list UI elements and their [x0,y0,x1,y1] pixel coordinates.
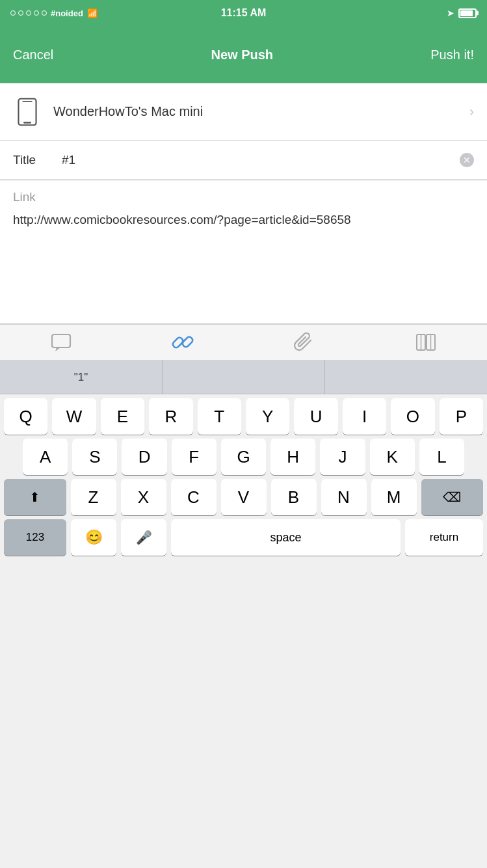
signal-dot-4 [34,10,39,16]
key-G[interactable]: G [221,439,266,475]
link-label-row: Link [0,181,487,204]
svg-rect-0 [18,98,36,125]
cancel-button[interactable]: Cancel [13,47,53,62]
key-M[interactable]: M [371,479,417,515]
key-B[interactable]: B [271,479,317,515]
key-H[interactable]: H [270,439,315,475]
key-P[interactable]: P [440,398,483,435]
keyboard-row-2: A S D F G H J K L [0,435,487,475]
return-key[interactable]: return [405,519,483,556]
space-key[interactable]: space [171,519,401,556]
nav-title: New Push [211,47,273,62]
autocomplete-item-3[interactable] [325,360,487,394]
mic-key[interactable]: 🎤 [121,519,166,556]
key-X[interactable]: X [121,479,166,515]
signal-dots [10,10,47,16]
title-input[interactable] [62,153,447,167]
key-W[interactable]: W [52,398,96,435]
link-section: Link http://www.comicbookresources.com/?… [0,181,487,324]
key-F[interactable]: F [172,439,217,475]
status-right: ➤ [447,8,477,18]
key-Y[interactable]: Y [246,398,289,435]
location-icon: ➤ [447,8,454,18]
attachment-toolbar-button[interactable] [285,328,324,357]
device-row[interactable]: WonderHowTo's Mac mini › [0,83,487,141]
status-left: #noided 📶 [10,8,98,18]
signal-dot-2 [18,10,23,16]
title-row: Title ✕ [0,141,487,180]
keyboard-row-bottom: 123 😊 🎤 space return [0,515,487,561]
key-Z[interactable]: Z [71,479,116,515]
autocomplete-item-2[interactable] [163,360,325,394]
key-E[interactable]: E [101,398,144,435]
key-N[interactable]: N [321,479,367,515]
autocomplete-suggestion: "1" [74,371,88,384]
key-J[interactable]: J [320,439,365,475]
key-T[interactable]: T [198,398,241,435]
comment-toolbar-button[interactable] [42,328,81,357]
title-label: Title [13,153,49,167]
status-time: 11:15 AM [221,7,267,19]
keyboard-row-1: Q W E R T Y U I O P [0,394,487,435]
delete-key[interactable]: ⌫ [421,479,484,515]
wifi-icon: 📶 [87,8,98,18]
device-info: WonderHowTo's Mac mini [13,98,203,126]
signal-dot-1 [10,10,16,16]
autocomplete-bar: "1" [0,360,487,394]
battery-fill [460,10,473,16]
svg-rect-2 [23,122,31,124]
emoji-key[interactable]: 😊 [71,519,116,556]
clear-title-button[interactable]: ✕ [460,153,474,167]
key-K[interactable]: K [370,439,415,475]
nav-bar: Cancel New Push Push it! [0,26,487,83]
signal-dot-5 [42,10,47,16]
status-bar: #noided 📶 11:15 AM ➤ [0,0,487,26]
key-I[interactable]: I [343,398,386,435]
key-C[interactable]: C [171,479,217,515]
svg-rect-1 [22,101,32,102]
autocomplete-item[interactable]: "1" [0,360,163,394]
book-toolbar-button[interactable] [406,328,445,357]
shift-key[interactable]: ⬆ [4,479,66,515]
key-D[interactable]: D [122,439,166,475]
num-key[interactable]: 123 [4,519,66,556]
key-Q[interactable]: Q [4,398,47,435]
key-L[interactable]: L [419,439,464,475]
signal-dot-3 [26,10,31,16]
key-V[interactable]: V [221,479,267,515]
key-A[interactable]: A [23,439,68,475]
link-value[interactable]: http://www.comicbookresources.com/?page=… [0,204,487,239]
toolbar [0,324,487,360]
keyboard-row-3: ⬆ Z X C V B N M ⌫ [0,475,487,515]
link-toolbar-button[interactable] [163,328,202,357]
network-name: #noided [51,8,83,18]
svg-rect-3 [52,334,70,347]
link-label: Link [13,190,36,204]
battery-icon [458,8,477,18]
push-it-button[interactable]: Push it! [430,47,474,62]
device-name: WonderHowTo's Mac mini [53,104,203,119]
key-U[interactable]: U [294,398,337,435]
key-R[interactable]: R [149,398,192,435]
chevron-right-icon: › [469,103,474,120]
key-S[interactable]: S [72,439,117,475]
device-icon [13,98,42,126]
key-O[interactable]: O [391,398,434,435]
